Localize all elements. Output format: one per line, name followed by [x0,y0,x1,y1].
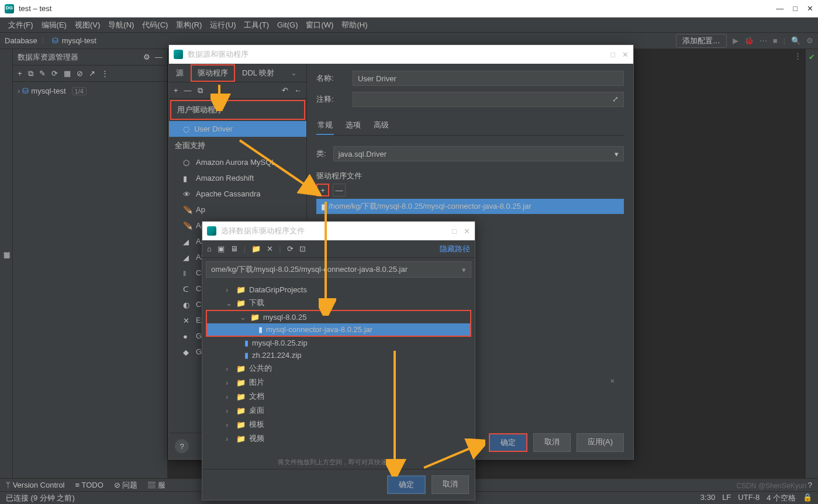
refresh-icon[interactable]: ⟳ [51,69,58,78]
help-icon[interactable]: ? [808,481,812,489]
add-icon[interactable]: + [18,69,22,78]
status-spaces[interactable]: 4 个空格 [767,493,796,503]
add-driver-file-button[interactable]: + [316,184,329,196]
menu-view[interactable]: 视图(V) [71,19,103,32]
close-hint-icon[interactable]: × [610,377,615,385]
fc-item[interactable]: ›📁图片 [202,375,475,389]
breadcrumb-item[interactable]: mysql-test [62,36,96,45]
ok-button[interactable]: 确定 [489,433,527,452]
settings-icon[interactable]: ⚙ [806,36,813,45]
status-lock-icon[interactable]: 🔒 [803,493,812,503]
tab-options[interactable]: 选项 [344,116,362,135]
status-enc[interactable]: UTF-8 [738,493,760,503]
stop-icon[interactable]: ⊘ [77,69,83,78]
project-icon[interactable]: ▣ [218,244,225,253]
menu-window[interactable]: 窗口(W) [302,19,337,32]
tab-ddl[interactable]: DDL 映射 [235,64,281,82]
fc-item[interactable]: ›📁DataGripProjects [202,284,475,296]
close-button[interactable]: ✕ [807,4,813,13]
fc-item[interactable]: ▮zh.221.224.zip [202,349,475,361]
fc-close-button[interactable]: ✕ [464,227,470,236]
stop-icon[interactable]: ■ [773,36,778,45]
fc-item[interactable]: ›📁模板 [202,417,475,431]
run-icon[interactable]: ▶ [733,36,738,45]
status-lf[interactable]: LF [722,493,731,503]
dialog-maximize-button[interactable]: □ [610,50,615,59]
menu-code[interactable]: 代码(C) [139,19,171,32]
hide-path-link[interactable]: 隐藏路径 [440,244,470,254]
todo-tab[interactable]: ≡ TODO [75,481,103,489]
jump-icon[interactable]: ↗ [89,69,95,78]
newfolder-icon[interactable]: 📁 [251,244,261,253]
copy-icon[interactable]: ⧉ [28,69,33,78]
driver-item[interactable]: 👁Apache Cassandra [169,186,306,202]
back-icon[interactable]: ← [294,86,302,95]
tab-advanced[interactable]: 高级 [372,116,390,135]
panel-settings-icon[interactable]: ⚙ [143,53,150,61]
tab-sources[interactable]: 源 [169,64,191,82]
edit-icon[interactable]: ✎ [39,69,46,78]
expand-icon[interactable]: ⤢ [612,95,619,104]
fc-item-selected[interactable]: ▮mysql-connector-java-8.0.25.jar [207,323,470,336]
menu-help[interactable]: 帮助(H) [338,19,371,32]
dialog-close-button[interactable]: ✕ [622,50,629,59]
fc-cancel-button[interactable]: 取消 [432,475,469,494]
debug-icon[interactable]: 🐞 [744,36,754,45]
add-configuration-button[interactable]: 添加配置… [676,34,727,48]
fc-item[interactable]: ›📁文档 [202,389,475,403]
chevron-down-icon[interactable]: ⌄ [284,65,304,81]
more-run-icon[interactable]: ⋯ [760,36,767,45]
fc-item[interactable]: ▮mysql-8.0.25.zip [202,337,475,349]
comment-input[interactable]: ⤢ [353,92,624,107]
apply-button[interactable]: 应用(A) [577,433,624,452]
help-button[interactable]: ? [175,439,189,453]
fc-item[interactable]: ›📁公共的 [202,361,475,375]
search-icon[interactable]: 🔍 [791,36,800,45]
menu-navigate[interactable]: 导航(N) [105,19,137,32]
name-input[interactable] [353,71,624,86]
panel-hide-icon[interactable]: — [155,53,163,61]
check-icon[interactable]: ✔ [806,53,818,61]
menu-refactor[interactable]: 重构(R) [172,19,205,32]
fc-maximize-button[interactable]: □ [452,227,457,236]
fc-ok-button[interactable]: 确定 [387,475,426,494]
vc-tab[interactable]: ᛘ Version Control [6,481,65,489]
refresh-icon[interactable]: ⟳ [287,244,294,253]
showhidden-icon[interactable]: ⊡ [299,244,306,253]
path-dropdown-icon[interactable]: ▾ [462,265,466,274]
more-icon[interactable]: ⋮ [101,69,109,78]
fc-item[interactable]: ›📁桌面 [202,403,475,417]
add-driver-icon[interactable]: + [174,86,178,95]
remove-driver-icon[interactable]: — [184,86,192,95]
menu-edit[interactable]: 编辑(E) [38,19,70,32]
user-driver-item[interactable]: ◌ User Driver [169,121,306,137]
db-tree-item[interactable]: › ⛁ mysql-test 1/4 [13,85,167,96]
minimize-button[interactable]: — [776,4,784,13]
undo-icon[interactable]: ↶ [282,86,288,95]
class-select[interactable]: java.sql.Driver ▾ [333,146,624,161]
problems-tab[interactable]: ⊘ 问题 [114,480,138,491]
copy-driver-icon[interactable]: ⧉ [198,86,203,95]
breadcrumb-db[interactable]: Database [5,36,37,45]
editor-more-icon[interactable]: ⋮ [794,51,802,60]
fc-path-input[interactable]: ome/kg/下载/mysql-8.0.25/mysql-connector-j… [206,261,471,278]
fc-item[interactable]: ⌄📁mysql-8.0.25 [207,311,470,323]
fc-item[interactable]: ⌄📁下载 [202,296,475,310]
driver-item[interactable]: 🪶Ap [169,202,306,218]
desktop-icon[interactable]: 🖥 [230,244,238,253]
cancel-button[interactable]: 取消 [533,433,571,452]
driver-item[interactable]: ▮Amazon Redshift [169,170,306,186]
remove-driver-file-button[interactable]: — [333,184,346,196]
driver-item[interactable]: ⬡Amazon Aurora MySQL [169,154,306,170]
menu-git[interactable]: Git(G) [274,19,301,30]
expand-icon[interactable]: › [18,87,20,95]
menu-file[interactable]: 文件(F) [5,19,37,32]
menu-tools[interactable]: 工具(T) [240,19,272,32]
tab-general[interactable]: 常规 [316,116,334,135]
menu-run[interactable]: 运行(U) [206,19,239,32]
db-explorer-tab[interactable]: 数据库资源管理器 [2,55,11,472]
filter-icon[interactable]: ▦ [64,69,71,78]
tab-drivers[interactable]: 驱动程序 [191,64,235,82]
status-pos[interactable]: 3:30 [700,493,715,503]
delete-icon[interactable]: ✕ [267,244,273,253]
